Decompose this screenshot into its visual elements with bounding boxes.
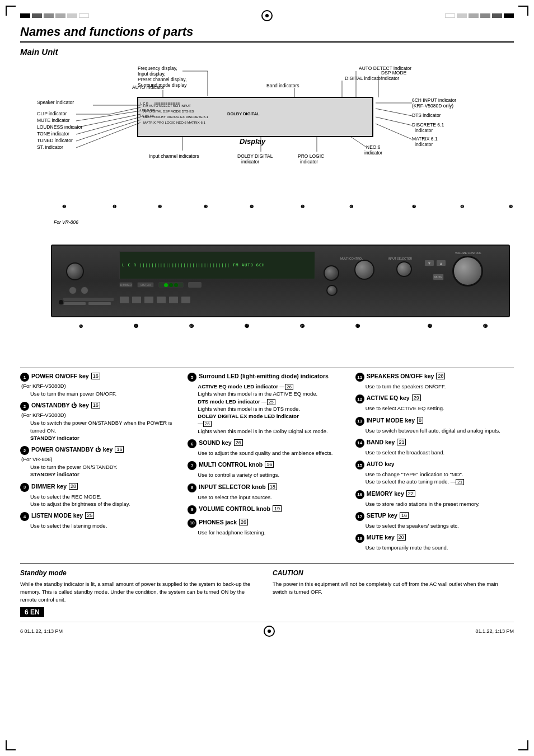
section-title: Main Unit	[20, 47, 514, 57]
num-10: 10	[188, 519, 196, 528]
svg-text:Preset channel display,: Preset channel display,	[138, 77, 186, 82]
svg-text:Input display,: Input display,	[138, 71, 165, 77]
key-standby-ref: 16	[91, 402, 100, 408]
key-band-title: BAND key	[367, 439, 395, 445]
num-17: 17	[355, 512, 364, 521]
svg-line-39	[76, 120, 140, 141]
svg-text:DTS indicator: DTS indicator	[412, 112, 441, 118]
svg-text:(KRF-V5080D only): (KRF-V5080D only)	[412, 103, 453, 109]
corner-mark-tr	[518, 6, 528, 16]
key-power-subtitle: (For KRF-V5080D)	[21, 383, 66, 389]
key-volume-control: 9 VOLUME CONTROL knob 19	[188, 505, 346, 514]
key-dimmer-ref: 28	[69, 483, 78, 490]
svg-text:LFE S SW: LFE S SW	[140, 109, 155, 112]
key-listen-ref: 25	[85, 512, 94, 519]
multi-control-knob	[354, 260, 374, 280]
key-standby-desc: Use to switch the power ON/STANDBY when …	[20, 419, 179, 442]
svg-text:indicator: indicator	[381, 76, 399, 81]
svg-text:MATRIX  PRO LOGIC  NEO:6  MATR: MATRIX PRO LOGIC NEO:6 MATRIX 6.1	[143, 121, 205, 124]
key-volume-title: VOLUME CONTROL knob	[199, 505, 270, 512]
key-standby-subtitle: (For KRF-V5080D)	[21, 412, 66, 418]
key-mute-title: MUTE key	[367, 534, 395, 541]
standby-text: While the standby indicator is lit, a sm…	[20, 580, 261, 604]
key-sound-title: SOUND key	[199, 439, 231, 446]
svg-text:AUTO indicator: AUTO indicator	[132, 84, 165, 90]
key-volume-ref: 19	[273, 505, 282, 512]
svg-text:TUNED indicator: TUNED indicator	[37, 138, 73, 143]
key-active-eq: 12 ACTIVE EQ key 29 Use to select ACTIVE…	[355, 395, 514, 412]
svg-text:CLIP indicator: CLIP indicator	[37, 111, 67, 116]
left-col: 1 POWER ON/OFF key 16 (For KRF-V5080D) U…	[20, 373, 179, 556]
svg-text:NEO:6: NEO:6	[366, 144, 381, 150]
small-buttons	[119, 296, 191, 304]
num-12: 12	[355, 395, 364, 403]
svg-text:Frequency display,: Frequency display,	[138, 65, 177, 71]
standby-mode-section: Standby mode While the standby indicator…	[20, 569, 261, 617]
key-dimmer-title: DIMMER key	[31, 483, 67, 490]
key-phones-desc: Use for headphone listening.	[188, 529, 346, 536]
corner-mark-br	[518, 740, 528, 750]
key-input-desc: Use to select the input sources.	[188, 494, 346, 501]
svg-text:Band indicators: Band indicators	[266, 83, 299, 88]
key-band: 14 BAND key 21 Use to select the broadca…	[355, 439, 514, 456]
key-standby: 2 ON/STANDBY ⏻ key 16 (For KRF-V5080D) U…	[20, 402, 179, 442]
key-descriptions: 1 POWER ON/OFF key 16 (For KRF-V5080D) U…	[20, 368, 514, 556]
num-15: 15	[355, 461, 364, 469]
svg-text:indicator: indicator	[415, 128, 433, 133]
display-svg: FM AUTO SELECT 6CH INPUT AM DIGITAL DSP …	[20, 61, 514, 195]
key-multi-title: MULTI CONTROL knob	[199, 461, 263, 468]
key-listen-title: LISTEN MODE key	[31, 512, 83, 519]
key-speakers-ref: 28	[436, 373, 445, 379]
key-mute-desc: Use to temporarily mute the sound.	[355, 544, 514, 551]
volume-knob	[452, 256, 483, 287]
key-input-mode-desc: Use to switch between full auto, digital…	[355, 427, 514, 434]
svg-line-59	[376, 117, 412, 125]
key-input-title: INPUT SELECTOR knob	[199, 483, 265, 490]
key-multi-ref: 16	[265, 461, 274, 468]
svg-text:L C R: L C R	[140, 102, 148, 105]
headphone-jack	[58, 299, 64, 306]
key-input-mode-ref: 8	[417, 417, 423, 424]
title-section: Names and functions of parts	[20, 25, 514, 43]
svg-text:Speaker indicator: Speaker indicator	[37, 100, 74, 105]
svg-text:indicator: indicator	[300, 159, 318, 165]
svg-text:MUTE indicator: MUTE indicator	[37, 118, 70, 123]
key-sound: 6 SOUND key 26 Use to adjust the sound q…	[188, 439, 346, 457]
key-input-ref: 18	[268, 483, 277, 490]
num-7: 7	[188, 461, 196, 470]
key-setup-desc: Use to select the speakers' settings etc…	[355, 522, 514, 529]
page-num-badge: 6 EN	[20, 608, 261, 616]
key-speakers-desc: Use to turn the speakers ON/OFF.	[355, 383, 514, 390]
key-phones: 10 PHONES jack 26 Use for headphone list…	[188, 519, 346, 536]
svg-line-51	[350, 137, 367, 148]
num-6: 6	[188, 439, 196, 448]
key-active-eq-ref: 29	[412, 395, 421, 401]
key-active-eq-desc: Use to select ACTIVE EQ setting.	[355, 405, 514, 412]
key-phones-title: PHONES jack	[199, 519, 237, 525]
key-mute-ref: 20	[397, 534, 406, 541]
key-dimmer: 3 DIMMER key 28 Use to select the REC MO…	[20, 483, 179, 508]
standby-title: Standby mode	[20, 569, 261, 577]
key-speakers: 11 SPEAKERS ON/OFF key 28 Use to turn th…	[355, 373, 514, 390]
multi-control-label: MULTI CONTROL	[340, 257, 363, 260]
svg-text:Input channel indicators: Input channel indicators	[149, 153, 199, 159]
footer-section: Standby mode While the standby indicator…	[20, 563, 514, 617]
key-setup-title: SETUP key	[367, 512, 397, 519]
display-diagram: FM AUTO SELECT 6CH INPUT AM DIGITAL DSP …	[20, 61, 514, 195]
input-selector-label: INPUT SELECTOR	[388, 257, 412, 260]
bottom-copyright: 6 01.1.22, 1:13 PM	[20, 628, 63, 634]
key-band-desc: Use to select the broadcast band.	[355, 449, 514, 456]
mute-button-unit: MUTE	[433, 274, 444, 280]
top-reg-marks	[20, 10, 514, 21]
svg-text:LOUDNESS indicator: LOUDNESS indicator	[37, 124, 82, 130]
svg-text:6CH INPUT indicator: 6CH INPUT indicator	[412, 97, 456, 103]
corner-mark-tl	[6, 6, 16, 16]
svg-line-41	[76, 123, 140, 148]
key-listen-desc: Use to select the listening mode.	[20, 522, 179, 529]
key-surround-title: Surround LED (light-emitting diode) indi…	[199, 373, 329, 379]
svg-text:||||||||||||||||||||||||||||||: |||||||||||||||||||||||||||||||||||	[154, 102, 180, 105]
svg-text:indicator: indicator	[364, 150, 382, 156]
key-phones-ref: 26	[239, 519, 248, 525]
svg-text:DOLBY DIGITAL: DOLBY DIGITAL	[237, 153, 273, 159]
num-16: 16	[355, 490, 364, 499]
